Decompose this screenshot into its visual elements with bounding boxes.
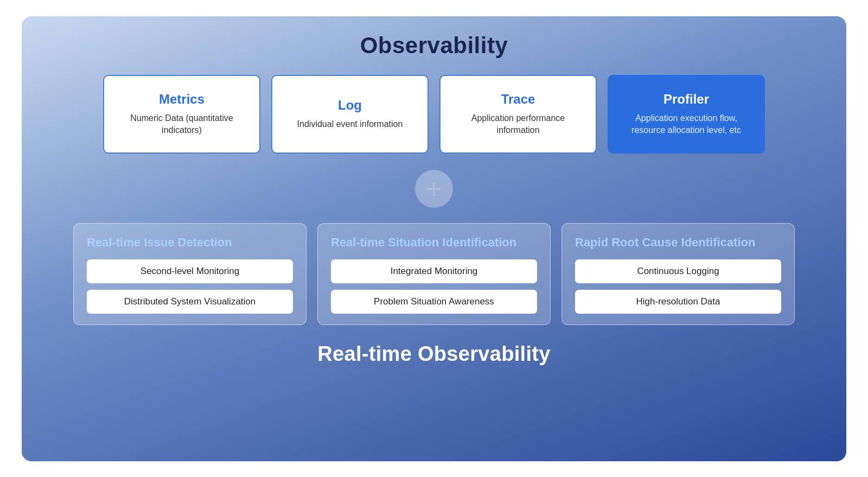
card-log-title: Log (338, 98, 362, 113)
bottom-card-issue-item-1: Distributed System Visualization (87, 290, 293, 314)
bottom-card-situation: Real-time Situation Identification Integ… (317, 223, 551, 325)
card-profiler-desc: Application execution flow, resource all… (620, 112, 753, 137)
page-title: Observability (360, 33, 508, 59)
bottom-card-issue: Real-time Issue Detection Second-level M… (73, 223, 307, 325)
bottom-card-root: Rapid Root Cause Identification Continuo… (561, 223, 795, 325)
bottom-card-root-item-0: Continuous Logging (575, 259, 781, 283)
card-trace-desc: Application performance information (451, 112, 585, 137)
top-cards-row: Metrics Numeric Data (quantitative indic… (49, 75, 819, 154)
plus-icon: + (415, 170, 453, 208)
bottom-card-issue-item-0: Second-level Monitoring (87, 259, 293, 283)
card-log: Log Individual event information (271, 75, 429, 154)
bottom-card-situation-title: Real-time Situation Identification (331, 236, 537, 250)
card-metrics-desc: Numeric Data (quantitative indicators) (115, 112, 248, 137)
main-container: Observability Metrics Numeric Data (quan… (22, 16, 846, 461)
bottom-card-situation-item-1: Problem Situation Awareness (331, 290, 537, 314)
card-trace: Trace Application performance informatio… (439, 75, 597, 154)
card-metrics-title: Metrics (159, 92, 205, 107)
bottom-card-situation-item-0: Integrated Monitoring (331, 259, 537, 283)
card-profiler-title: Profiler (663, 92, 709, 107)
bottom-card-root-item-1: High-resolution Data (575, 290, 781, 314)
bottom-card-issue-title: Real-time Issue Detection (87, 236, 293, 250)
card-trace-title: Trace (501, 92, 535, 107)
card-log-desc: Individual event information (297, 118, 403, 130)
card-profiler: Profiler Application execution flow, res… (608, 75, 765, 154)
bottom-cards-row: Real-time Issue Detection Second-level M… (49, 223, 819, 325)
bottom-title: Real-time Observability (317, 342, 550, 366)
bottom-card-root-title: Rapid Root Cause Identification (575, 236, 781, 250)
card-metrics: Metrics Numeric Data (quantitative indic… (103, 75, 260, 154)
